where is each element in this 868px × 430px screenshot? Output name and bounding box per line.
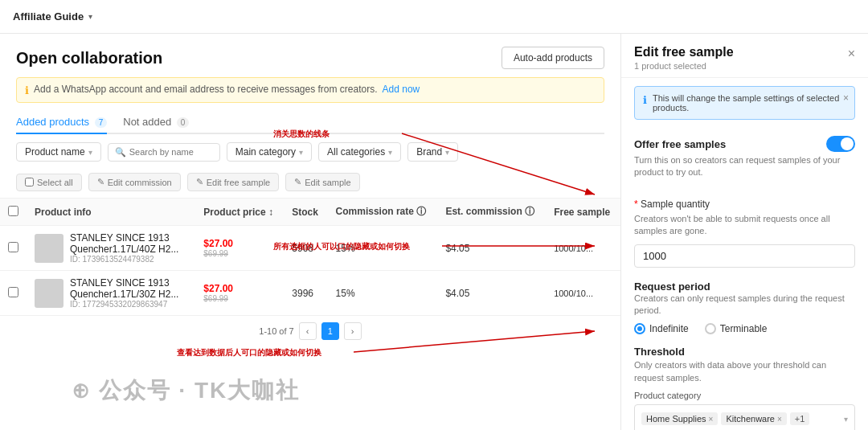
watermark-text: ⊕ 公众号 · TK大咖社 [72,375,300,406]
select-all-chip[interactable]: Select all [16,174,82,191]
request-period-options: Indefinite Terminable [634,323,855,334]
table-header-row: Product info Product price ↕ Stock Commi… [0,199,620,226]
row1-stock: 5908 [284,226,327,271]
alert-text: Add a WhatsApp account and email address… [34,84,378,95]
threshold-section: Threshold Only creators with data above … [621,339,868,430]
row1-price-current: $27.00 [203,238,276,249]
request-period-section: Request period Creators can only request… [621,272,868,340]
auto-add-button[interactable]: Auto-add products [502,47,604,69]
row1-id: ID: 1739613524479382 [70,255,182,264]
main-category-filter[interactable]: Main category ▾ [227,142,312,162]
radio-indefinite[interactable]: Indefinite [634,323,689,334]
table-row: STANLEY SINCE 1913 Quencher1.17L/30Z H2.… [0,271,620,316]
row1-checkbox[interactable] [8,242,18,252]
offer-samples-label: Offer free samples [634,138,726,150]
threshold-label: Threshold [634,346,855,358]
row2-id: ID: 1772945332029863947 [70,300,182,309]
row1-est-commission: $4.05 [437,226,546,271]
col-product-info: Product info [27,199,195,226]
all-categories-filter[interactable]: All categories ▾ [318,142,401,162]
product-category-label: Product category [634,391,855,400]
col-checkbox [0,199,27,226]
drawer-header: Edit free sample 1 product selected × [621,34,868,78]
col-stock: Stock [284,199,327,226]
pagination-info: 1-10 of 7 [259,326,293,336]
prev-page-btn[interactable]: ‹ [299,322,317,340]
drawer-subtitle: 1 product selected [634,61,734,71]
request-period-desc: Creators can only request samples during… [634,293,855,317]
next-page-btn[interactable]: › [344,322,362,340]
row2-price-old: $69.99 [203,294,276,303]
watermark: ⊕ 公众号 · TK大咖社 [0,375,371,406]
nav-chevron: ▾ [88,12,92,21]
annotation-bottom: 查看达到数据后人可口的隐藏或如何切换 [177,347,321,358]
edit-free-sample-chip[interactable]: ✎ Edit free sample [187,173,279,191]
search-input[interactable] [129,147,210,157]
alert-link[interactable]: Add now [383,84,420,95]
tag-home-supplies: Home Supplies × [641,412,718,425]
edit-sample-chip[interactable]: ✎ Edit sample [285,173,359,191]
page-title: Open collaboration [16,49,162,68]
offer-samples-toggle[interactable] [826,136,855,152]
threshold-desc: Only creators with data above your thres… [634,359,855,384]
product-name-filter[interactable]: Product name ▾ [16,142,101,162]
drawer-title: Edit free sample [634,45,734,59]
top-nav: Affiliate Guide ▾ [0,0,868,34]
info-text: This will change the sample settings of … [653,93,846,113]
remove-home-supplies-btn[interactable]: × [709,415,714,424]
category-tag-input[interactable]: Home Supplies × Kitchenware × +1 ▾ [634,404,855,430]
request-period-label: Request period [634,281,855,293]
row2-est-commission: $4.05 [437,271,546,316]
header-checkbox[interactable] [8,206,18,216]
row1-name: STANLEY SINCE 1913 Quencher1.17L/40Z H2.… [70,232,182,255]
row2-stock: 3996 [284,271,327,316]
alert-icon: ℹ [25,84,29,96]
action-bar: Select all ✎ Edit commission ✎ Edit free… [0,170,620,198]
remove-kitchenware-btn[interactable]: × [777,415,782,424]
row1-thumbnail [35,234,63,263]
info-icon: ℹ [643,94,647,106]
filters-bar: Product name ▾ 🔍 Main category ▾ All cat… [0,134,620,170]
row2-price-current: $27.00 [203,283,276,294]
row1-free-sample: 1000/10... [546,226,620,271]
edit-free-sample-drawer: Edit free sample 1 product selected × ℹ … [620,34,868,430]
row2-checkbox[interactable] [8,287,18,297]
more-categories-badge[interactable]: +1 [790,412,810,425]
row1-commission-rate: 15% [328,226,438,271]
tag-kitchenware: Kitchenware × [721,412,786,425]
tabs: Added products 7 Not added 0 [16,111,604,134]
row2-product-info: STANLEY SINCE 1913 Quencher1.17L/30Z H2.… [35,277,187,309]
category-dropdown-arrow: ▾ [844,415,848,424]
sample-quantity-input[interactable] [634,244,855,268]
col-free-sample: Free sample [546,199,620,226]
page-header: Open collaboration Auto-add products [0,34,620,77]
tab-not-added[interactable]: Not added 0 [123,111,189,134]
drawer-close-button[interactable]: × [848,47,855,61]
sample-quantity-label: * Sample quantity [634,199,855,210]
info-box-close-btn[interactable]: × [843,92,849,104]
product-table-wrap: Product info Product price ↕ Stock Commi… [0,198,620,316]
alert-bar: ℹ Add a WhatsApp account and email addre… [16,77,604,103]
search-icon: 🔍 [115,147,126,158]
row1-product-info: STANLEY SINCE 1913 Quencher1.17L/40Z H2.… [35,232,187,264]
brand-filter[interactable]: Brand ▾ [407,142,458,162]
edit-commission-chip[interactable]: ✎ Edit commission [88,173,181,191]
left-panel: Open collaboration Auto-add products ℹ A… [0,34,620,430]
row2-thumbnail [35,279,63,308]
offer-samples-section: Offer free samples Turn this on so creat… [621,128,868,190]
search-box[interactable]: 🔍 [108,143,220,162]
tab-added-products[interactable]: Added products 7 [16,111,107,134]
row1-price-old: $69.99 [203,249,276,258]
table-row: STANLEY SINCE 1913 Quencher1.17L/40Z H2.… [0,226,620,271]
page-1-btn[interactable]: 1 [321,322,339,340]
row2-commission-rate: 15% [328,271,438,316]
col-price: Product price ↕ [195,199,284,226]
select-all-checkbox[interactable] [25,178,34,186]
nav-logo: Affiliate Guide [13,10,84,23]
radio-terminable[interactable]: Terminable [705,323,768,334]
drawer-info-box: ℹ This will change the sample settings o… [634,86,855,120]
row2-free-sample: 1000/10... [546,271,620,316]
pagination: 1-10 of 7 ‹ 1 › [0,316,620,346]
product-table: Product info Product price ↕ Stock Commi… [0,198,620,316]
col-est-commission: Est. commission ⓘ [437,199,546,226]
